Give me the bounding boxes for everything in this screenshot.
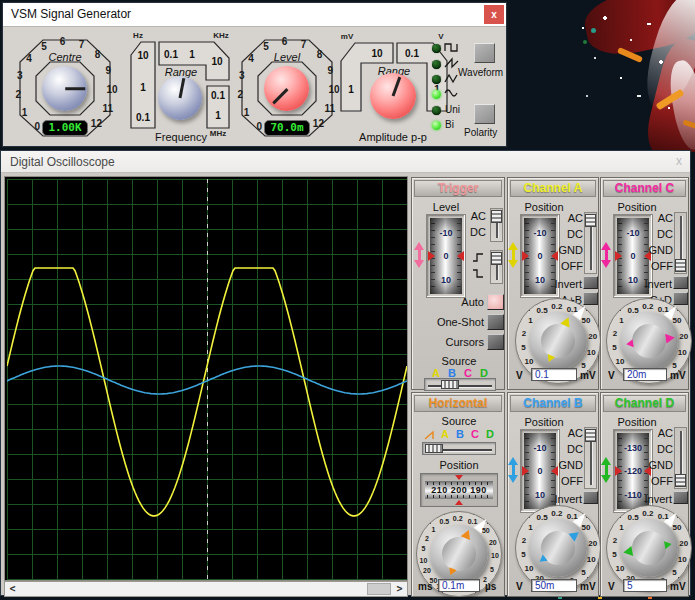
dial-scale-label: 50	[582, 315, 591, 324]
channel-b-gain-value[interactable]: 50m	[531, 579, 577, 592]
frequency-range-group: Hz KHz MHz 10 1 0.1 0.1 1 10 0.1 1 Range…	[121, 31, 235, 145]
trigger-coupling-toggle[interactable]	[490, 208, 503, 242]
channel-c-gain-knob-body[interactable]	[620, 312, 678, 370]
timebase-value[interactable]: 0.1m	[438, 579, 480, 592]
polarity-button[interactable]	[474, 104, 495, 124]
trigger-edge-knob[interactable]	[491, 252, 502, 265]
channel-d-coupling-knob[interactable]	[675, 474, 686, 487]
trigger-one-shot-label: One-Shot	[437, 316, 484, 328]
dial-scale-label: 10	[525, 563, 534, 572]
channel-c-gnd-label: GND	[649, 244, 673, 256]
desktop: VSM Signal Generator x Centre 1.00K 0123…	[0, 0, 695, 600]
channel-c-position-arrows[interactable]	[601, 242, 611, 268]
channel-a-invert-label: Invert	[554, 278, 582, 290]
amplitude-range-knob[interactable]	[370, 73, 416, 119]
channel-c-gain-value[interactable]: 20m	[623, 368, 667, 381]
channel-a-position-arrows[interactable]	[508, 242, 518, 268]
channel-b-invert-button[interactable]	[583, 491, 598, 504]
trigger-coupling-knob[interactable]	[491, 210, 502, 223]
channel-b-coupling-knob[interactable]	[585, 429, 596, 442]
freq-range-01hz: 0.1	[136, 112, 150, 123]
channel-c-coupling-knob[interactable]	[675, 259, 686, 272]
channel-a-gain-value[interactable]: 0.1	[531, 368, 577, 381]
channel-a-coupling-knob[interactable]	[585, 214, 596, 227]
frequency-range-knob[interactable]	[158, 76, 202, 120]
trigger-level-adjust-arrows[interactable]	[414, 242, 424, 268]
scroll-left-icon[interactable]: <	[5, 582, 20, 596]
level-label: Level	[274, 51, 300, 63]
dial-scale-label: 20	[679, 332, 688, 341]
horizontal-source-c: C	[469, 428, 481, 440]
trigger-auto-button[interactable]	[487, 294, 504, 310]
sine-wave-icon	[444, 87, 460, 99]
horizontal-position-readout[interactable]: 210 200 190	[420, 473, 498, 507]
dial-scale-label: 0.1	[658, 305, 669, 314]
timebase-us-unit: µs	[485, 581, 496, 592]
trigger-source-slider-knob[interactable]	[441, 380, 459, 389]
frequency-section-label: Frequency	[155, 131, 207, 143]
channel-c-invert-button[interactable]	[673, 276, 688, 289]
dial-scale-label: 2	[238, 88, 244, 99]
dial-scale-label: 7	[301, 39, 307, 50]
trigger-edge-toggle[interactable]	[490, 250, 503, 284]
freq-range-01mhz: 0.1	[211, 90, 225, 101]
dial-scale-label: 8	[317, 49, 323, 60]
centre-knob[interactable]	[42, 66, 87, 111]
scrollbar-thumb[interactable]	[367, 583, 391, 595]
dial-scale-label: 5	[672, 360, 676, 369]
dial-scale-label: 3	[239, 69, 245, 80]
channel-a-ac-label: AC	[568, 212, 583, 224]
close-button[interactable]: x	[484, 5, 504, 24]
oscilloscope-titlebar[interactable]: Digital Oscilloscope x	[1, 151, 690, 173]
hz-unit-label: Hz	[133, 31, 143, 40]
channel-d-position-label: Position	[617, 416, 656, 428]
channel-c-ac-label: AC	[658, 212, 673, 224]
channel-a-invert-button[interactable]	[583, 276, 598, 289]
dial-scale-label: 50	[482, 526, 490, 533]
channel-d-gain-knob-body[interactable]	[620, 519, 678, 577]
channel-d-gain-value[interactable]: 5	[623, 579, 667, 592]
position-marker-bottom	[455, 496, 463, 505]
channel-d-invert-label: Invert	[644, 493, 672, 505]
trigger-one-shot-button[interactable]	[487, 314, 504, 330]
dial-scale-label: 2	[613, 328, 617, 337]
sine-wave-led	[432, 90, 441, 99]
channel-c-coupling-slider[interactable]	[674, 212, 687, 274]
channel-b-position-arrows[interactable]	[508, 457, 518, 483]
dial-scale-label: 2	[425, 534, 429, 541]
trigger-level-slider[interactable]: -10 0 10	[426, 214, 466, 298]
trigger-source-slider[interactable]	[424, 378, 496, 391]
scope-horizontal-scrollbar[interactable]: < >	[4, 581, 408, 597]
triangle-wave-led	[432, 75, 441, 84]
waveform-button[interactable]	[474, 43, 495, 63]
channel-d-coupling-slider[interactable]	[674, 427, 687, 489]
timebase-ms-unit: ms	[418, 581, 432, 592]
ampl-range-1mv: 1	[348, 84, 354, 95]
channel-b-gain-knob-body[interactable]	[529, 519, 587, 577]
channel-d-position-arrows[interactable]	[601, 457, 611, 483]
freq-range-10khz: 10	[211, 56, 222, 67]
scroll-right-icon[interactable]: >	[392, 582, 407, 596]
channel-d-invert-button[interactable]	[673, 491, 688, 504]
ampl-range-01v: 0.1	[405, 48, 419, 59]
channel-b-coupling-slider[interactable]	[584, 427, 597, 489]
channel-b-dc-label: DC	[567, 443, 583, 455]
horizontal-source-slider[interactable]	[422, 442, 496, 455]
dial-scale-label: 11	[103, 102, 114, 113]
horizontal-source-b: B	[454, 428, 466, 440]
dial-scale-label: 12	[313, 117, 324, 128]
dial-scale-label: 2	[16, 88, 22, 99]
dial-scale-label: 5	[581, 360, 585, 369]
dial-scale-label: 0.1	[658, 512, 669, 521]
trigger-cursors-button[interactable]	[487, 334, 504, 350]
channel-a-coupling-slider[interactable]	[584, 212, 597, 274]
level-knob[interactable]	[264, 66, 309, 111]
signal-generator-titlebar[interactable]: VSM Signal Generator x	[3, 3, 506, 27]
timebase-knob-body[interactable]	[430, 525, 488, 583]
channel-a-gain-knob-body[interactable]	[529, 312, 587, 370]
dial-scale-label: 1	[528, 522, 532, 531]
oscilloscope-close-icon[interactable]: x	[676, 154, 682, 168]
dial-scale-label: 6	[282, 36, 288, 47]
horizontal-source-slider-knob[interactable]	[425, 444, 443, 453]
channel-a-trace	[7, 268, 407, 516]
